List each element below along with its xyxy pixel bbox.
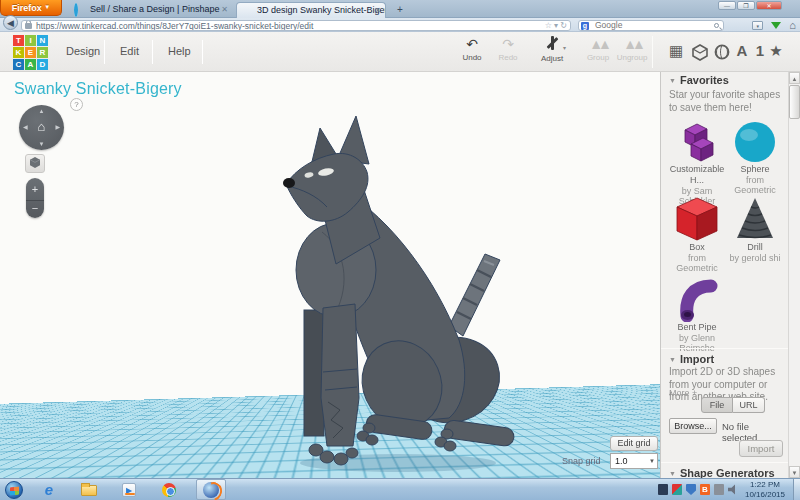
import-button[interactable]: Import (739, 440, 783, 457)
reload-icon[interactable]: ↻ (560, 21, 567, 30)
firefox-menu-label: Firefox (12, 3, 42, 13)
taskbar-internet-explorer[interactable]: e (36, 481, 62, 499)
adjust-button[interactable]: ▾ Adjust (532, 36, 572, 63)
zoom-in-button[interactable]: + (26, 180, 44, 198)
view-navigation-ball[interactable]: ▲ ▼ ◀ ▶ ⌂ (19, 105, 64, 150)
workplane-grid-icon[interactable]: ▦ (666, 40, 686, 62)
firefox-menu-button[interactable]: Firefox ▼ (0, 0, 62, 16)
show-desktop-button[interactable] (793, 479, 800, 500)
url-tab[interactable]: URL (733, 397, 765, 413)
scrollbar-thumb[interactable] (789, 85, 800, 119)
search-bar[interactable]: g (578, 20, 724, 32)
shape-tile-sphere[interactable]: Sphere from Geometric (725, 118, 785, 195)
menu-design[interactable]: Design (62, 32, 104, 71)
star-icon[interactable]: ★ (766, 40, 786, 62)
bent-pipe-shape-thumb (667, 276, 727, 322)
chevron-down-icon: ▾ (563, 40, 566, 56)
taskbar-firefox-active[interactable] (196, 479, 226, 500)
shape-tile-bent-pipe[interactable]: Bent Pipe by Glenn Reimche (667, 276, 727, 353)
logo-cell: C (13, 59, 24, 70)
url-text: https://www.tinkercad.com/things/8JerY7q… (36, 21, 313, 31)
tray-device-icon[interactable] (714, 484, 724, 495)
sphere-icon[interactable] (712, 40, 732, 62)
tab-tinkercad[interactable]: 3D design Swanky Snicket-Bigery | Ti... … (236, 2, 386, 18)
taskbar-clock[interactable]: 1:22 PM 10/16/2015 (742, 480, 788, 500)
more-link[interactable]: More + (669, 388, 697, 398)
tray-b-icon[interactable]: B (700, 484, 710, 495)
undo-button[interactable]: ↶ Undo (452, 36, 492, 62)
favorites-section-header[interactable]: ▼Favorites (669, 74, 729, 86)
search-icon[interactable] (714, 23, 719, 28)
snap-grid-label: Snap grid (562, 456, 601, 466)
collapse-triangle-icon: ▼ (669, 77, 676, 84)
restore-button[interactable]: ❐ (737, 1, 755, 10)
arrow-down-icon[interactable]: ▼ (19, 141, 64, 147)
menu-edit[interactable]: Edit (116, 32, 143, 71)
back-button[interactable]: ◀ (3, 15, 18, 30)
shape-tile-box[interactable]: Box from Geometric (667, 196, 727, 273)
bookmark-star-icon[interactable]: ☆ (545, 21, 552, 30)
start-button[interactable] (5, 481, 23, 499)
tab-title: 3D design Swanky Snicket-Bigery | Ti... (257, 5, 386, 15)
chrome-icon (162, 483, 176, 497)
tray-sync-icon[interactable] (672, 484, 682, 495)
header-separator (652, 36, 653, 68)
url-tools: ☆ ▾ ↻ (545, 21, 567, 31)
tray-monitor-icon[interactable] (658, 484, 668, 495)
nav-buttons: ▾ ⌂ (752, 18, 796, 32)
new-tab-button[interactable]: + (392, 4, 408, 17)
zoom-controls[interactable]: + − (26, 178, 44, 218)
arrow-up-icon[interactable]: ▲ (19, 108, 64, 114)
chevron-down-icon: ▼ (649, 454, 655, 468)
model-swanky-snicket-bigery[interactable] (0, 72, 660, 478)
taskbar-media-player[interactable]: ▶ (116, 481, 142, 499)
bookmarks-panel-icon[interactable]: ▾ (752, 21, 763, 30)
lock-icon (25, 23, 32, 29)
fit-view-button[interactable] (25, 154, 45, 173)
windows-logo-icon (10, 486, 19, 495)
search-input[interactable] (593, 21, 703, 31)
tinkercad-header: T I N K E R C A D Design Edit Help ↶ Und… (0, 32, 800, 72)
home-view-icon[interactable]: ⌂ (19, 119, 64, 135)
tab-close-icon[interactable]: ✕ (374, 6, 381, 15)
download-icon[interactable] (771, 22, 781, 29)
chevron-down-icon[interactable]: ▾ (554, 21, 558, 30)
letters-icon[interactable]: A (732, 40, 752, 62)
tab-pinshape[interactable]: Sell / Share a Design | Pinshape ✕ (70, 2, 232, 18)
help-button[interactable]: ? (70, 98, 83, 111)
google-icon[interactable]: g (581, 22, 589, 30)
zoom-out-button[interactable]: − (26, 200, 44, 216)
model-front-leg (321, 304, 359, 446)
taskbar-explorer[interactable] (76, 481, 102, 499)
tray-speaker-icon[interactable] (728, 484, 738, 495)
import-section-header[interactable]: ▼Import (669, 353, 714, 365)
logo-cell: K (13, 47, 24, 58)
logo-cell: I (25, 35, 36, 46)
edit-grid-button[interactable]: Edit grid (610, 436, 658, 451)
url-bar[interactable]: https://www.tinkercad.com/things/8JerY7q… (21, 20, 571, 32)
clock-time: 1:22 PM (742, 480, 788, 490)
menu-help[interactable]: Help (164, 32, 195, 71)
scroll-down-icon[interactable]: ▼ (789, 466, 800, 478)
shape-tile-drill[interactable]: Drill by gerold shi (725, 196, 785, 263)
tray-shield-icon[interactable] (686, 484, 696, 495)
taskbar-chrome[interactable] (156, 481, 182, 499)
tab-close-icon[interactable]: ✕ (221, 5, 228, 14)
minimize-button[interactable]: — (718, 1, 736, 10)
ie-icon: e (45, 481, 53, 498)
file-tab[interactable]: File (701, 397, 733, 413)
home-icon[interactable]: ⌂ (789, 20, 796, 31)
close-button[interactable]: ✕ (756, 1, 782, 10)
shape-credit: from Geometric (725, 175, 785, 195)
sidebar-scrollbar[interactable]: ▲ ▼ (788, 72, 800, 478)
scroll-up-icon[interactable]: ▲ (789, 72, 800, 84)
snap-grid-value: 1.0 (615, 456, 628, 466)
tinkercad-logo[interactable]: T I N K E R C A D (13, 35, 49, 71)
design-title[interactable]: Swanky Snicket-Bigery (14, 80, 182, 98)
shape-tile-customizable[interactable]: Customizable H... by Sam Schickler (667, 118, 727, 206)
sphere-shape-thumb (725, 118, 785, 164)
design-viewport[interactable]: Swanky Snicket-Bigery ? ▲ ▼ ◀ ▶ ⌂ + − Ed… (0, 72, 660, 478)
browse-button[interactable]: Browse... (669, 418, 717, 434)
snap-grid-select[interactable]: 1.0 ▼ (610, 453, 658, 469)
cube-icon[interactable] (690, 40, 710, 62)
